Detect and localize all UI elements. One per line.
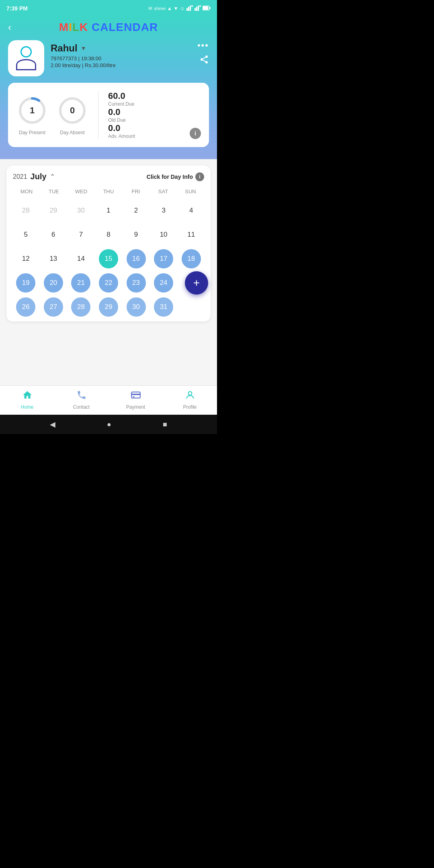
more-options-icon[interactable]: ••• [197, 40, 209, 51]
calendar-month: July [31, 172, 47, 181]
android-back-btn[interactable]: ◀ [50, 420, 55, 429]
calendar-header: 2021 July ⌃ Click for Day Info i [13, 172, 204, 181]
cal-cell-4[interactable]: 4 [178, 199, 204, 222]
old-due-value: 0.0 [108, 107, 201, 117]
circles-section: 1 Day Present 0 Day Absent [16, 91, 88, 139]
cal-cell-17[interactable]: 17 [151, 248, 177, 270]
nav-home-label: Home [20, 404, 33, 410]
cal-cell-22[interactable]: 22 [96, 272, 122, 294]
nav-profile[interactable]: Profile [163, 390, 217, 410]
stats-divider [98, 91, 98, 139]
cal-cell-26[interactable]: 26 [13, 296, 39, 318]
bottom-nav: Home Contact Payment Profile [0, 385, 217, 415]
cal-cell-24[interactable]: 24 [151, 272, 177, 294]
cal-cell-28[interactable]: 28 [68, 296, 94, 318]
header-area: ‹ MILK CALENDAR Rahul ▼ 797677373 | 19:3… [0, 16, 217, 159]
day-present-item: 1 Day Present [16, 94, 48, 135]
status-bar: 7:39 PM ✉ shinei ▲ ▼ ☺ [0, 0, 217, 16]
title-k: K [80, 21, 88, 33]
svg-line-16 [203, 60, 206, 62]
svg-point-14 [201, 58, 203, 61]
svg-line-17 [203, 57, 206, 59]
wifi-icon: ▲ [167, 6, 172, 11]
cal-cell-1[interactable]: 1 [96, 199, 122, 222]
add-button[interactable]: + [185, 271, 208, 295]
cal-cell-30[interactable]: 30 [123, 296, 149, 318]
cal-cell-14[interactable]: 14 [68, 248, 94, 270]
cal-cell-16[interactable]: 16 [123, 248, 149, 270]
svg-rect-7 [198, 6, 199, 11]
current-due-value: 60.0 [108, 91, 201, 101]
user-info: Rahul ▼ 797677373 | 19:38:00 2.00 litre/… [51, 40, 209, 68]
svg-rect-12 [203, 6, 208, 10]
signal-icon: ▼ [174, 6, 178, 11]
cal-cell-23[interactable]: 23 [123, 272, 149, 294]
share-icon[interactable] [199, 55, 209, 67]
cal-cell-3[interactable]: 3 [151, 199, 177, 222]
day-sat: SAT [149, 187, 177, 196]
cal-cell-10[interactable]: 10 [151, 223, 177, 246]
cal-cell-11[interactable]: 11 [178, 223, 204, 246]
avatar-icon [16, 46, 36, 70]
profile-icon [185, 390, 195, 403]
cal-cell-7[interactable]: 7 [68, 223, 94, 246]
cal-cell-15-today[interactable]: 15 [96, 248, 122, 270]
title-i: I [69, 21, 72, 33]
cal-cell-20[interactable]: 20 [41, 272, 67, 294]
svg-point-25 [188, 391, 192, 395]
cal-cell-28-prev[interactable]: 28 [13, 199, 39, 222]
nav-home[interactable]: Home [0, 390, 54, 410]
android-home-btn[interactable]: ● [107, 420, 111, 429]
nav-contact-label: Contact [73, 404, 90, 410]
home-icon [22, 390, 33, 403]
user-dropdown[interactable]: ▼ [81, 45, 86, 51]
svg-point-13 [205, 55, 208, 58]
cal-cell-29-prev[interactable]: 29 [41, 199, 67, 222]
calendar-info-icon[interactable]: i [195, 172, 204, 181]
cal-cell-21[interactable]: 21 [68, 272, 94, 294]
title-m: M [59, 21, 69, 33]
nav-contact[interactable]: Contact [54, 390, 108, 410]
calendar-info-row[interactable]: Click for Day Info i [147, 172, 204, 181]
cal-cell-empty-end [178, 296, 204, 318]
calendar-collapse-icon[interactable]: ⌃ [50, 173, 55, 180]
cal-cell-2[interactable]: 2 [123, 199, 149, 222]
avatar [8, 40, 44, 76]
day-absent-ring: 0 [56, 94, 88, 127]
svg-rect-2 [190, 6, 191, 11]
android-nav: ◀ ● ■ [0, 415, 217, 434]
day-present-ring: 1 [16, 94, 48, 127]
svg-rect-5 [194, 8, 196, 11]
phone-icon [76, 390, 87, 403]
cal-cell-31[interactable]: 31 [151, 296, 177, 318]
cal-cell-5[interactable]: 5 [13, 223, 39, 246]
back-button[interactable]: ‹ [8, 22, 11, 33]
day-absent-item: 0 Day Absent [56, 94, 88, 135]
old-due-label: Old Due [108, 117, 201, 123]
cal-cell-13[interactable]: 13 [41, 248, 67, 270]
cal-cell-27[interactable]: 27 [41, 296, 67, 318]
user-rate: 2.00 litre/day | Rs.30.00/litre [51, 62, 209, 68]
nav-payment-label: Payment [126, 404, 145, 410]
cal-cell-30-prev[interactable]: 30 [68, 199, 94, 222]
stats-card: 1 Day Present 0 Day Absent [8, 83, 209, 147]
cal-cell-8[interactable]: 8 [96, 223, 122, 246]
svg-rect-1 [188, 7, 189, 11]
user-detail: 797677373 | 19:38:00 [51, 55, 209, 61]
cal-cell-18[interactable]: 18 [178, 248, 204, 270]
day-thu: THU [95, 187, 122, 196]
cal-cell-12[interactable]: 12 [13, 248, 39, 270]
top-nav: ‹ MILK CALENDAR [8, 16, 209, 40]
day-mon: MON [13, 187, 40, 196]
nav-payment[interactable]: Payment [108, 390, 163, 410]
old-due-item: 0.0 Old Due [108, 107, 201, 123]
cal-cell-29[interactable]: 29 [96, 296, 122, 318]
svg-rect-23 [131, 394, 140, 395]
android-recent-btn[interactable]: ■ [163, 420, 167, 429]
day-present-value: 1 [30, 105, 35, 116]
cal-cell-19[interactable]: 19 [13, 272, 39, 294]
cal-cell-6[interactable]: 6 [41, 223, 67, 246]
calendar-month-year: 2021 July ⌃ [13, 172, 55, 181]
cal-cell-9[interactable]: 9 [123, 223, 149, 246]
stats-info-icon[interactable]: i [190, 128, 201, 139]
